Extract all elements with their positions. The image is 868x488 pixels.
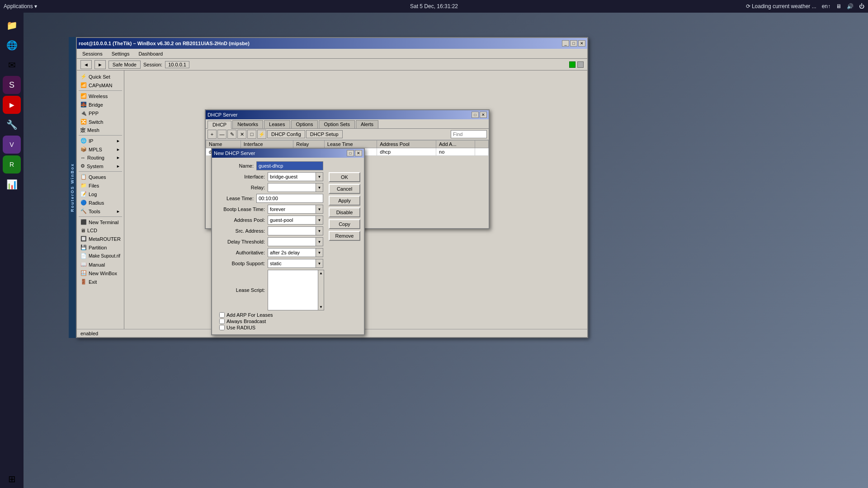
language-selector[interactable]: en↑	[822, 3, 830, 9]
name-input[interactable]	[256, 161, 323, 170]
tab-dhcp[interactable]: DHCP	[208, 121, 231, 129]
dhcp-add-button[interactable]: +	[208, 130, 217, 139]
dock-slack[interactable]: S	[3, 76, 21, 94]
dock-terminal[interactable]: ▶	[3, 96, 21, 114]
sidebar-item-files[interactable]: 📁 Files	[77, 181, 124, 190]
add-arp-checkbox[interactable]	[219, 312, 225, 318]
sidebar-item-queues[interactable]: 📋 Queues	[77, 173, 124, 181]
close-button[interactable]: ✕	[578, 40, 585, 47]
tab-alerts[interactable]: Alerts	[356, 120, 378, 128]
screen-icon[interactable]: 🖥	[836, 3, 841, 9]
dock-monitor[interactable]: 📊	[3, 175, 21, 193]
sidebar-item-switch[interactable]: 🔀 Switch	[77, 117, 124, 126]
authoritative-dropdown-icon[interactable]: ▼	[316, 249, 323, 257]
sidebar-item-radius[interactable]: 🔵 Radius	[77, 198, 124, 207]
back-button[interactable]: ◄	[80, 60, 92, 69]
delay-threshold-select[interactable]: ▼	[268, 237, 323, 246]
dock-file-manager[interactable]: 📁	[3, 16, 21, 34]
dock-network[interactable]: 🌐	[3, 36, 21, 54]
forward-button[interactable]: ►	[94, 60, 106, 69]
new-dhcp-close-button[interactable]: ✕	[355, 150, 362, 156]
sidebar-item-tools[interactable]: 🔨 Tools ►	[77, 207, 124, 216]
bootp-support-dropdown-icon[interactable]: ▼	[316, 259, 323, 267]
minimize-button[interactable]: _	[562, 40, 569, 47]
address-pool-select[interactable]: guest-pool ▼	[268, 216, 323, 225]
authoritative-select[interactable]: after 2s delay ▼	[268, 248, 323, 257]
power-icon[interactable]: ⏻	[859, 3, 864, 9]
tab-leases[interactable]: Leases	[264, 120, 290, 128]
ok-button[interactable]: OK	[329, 172, 360, 182]
sidebar-item-bridge[interactable]: 🌉 Bridge	[77, 100, 124, 109]
dhcp-resize-button[interactable]: □	[472, 112, 479, 118]
use-radius-checkbox[interactable]	[219, 325, 225, 330]
sidebar-item-wireless[interactable]: 📶 Wireless	[77, 92, 124, 100]
sidebar-item-exit[interactable]: 🚪 Exit	[77, 277, 124, 286]
lease-time-input[interactable]	[256, 194, 323, 203]
dhcp-close-button[interactable]: ✕	[480, 112, 487, 118]
dhcp-disable-button[interactable]: ✕	[237, 130, 246, 139]
dhcp-edit-button[interactable]: ✎	[227, 130, 236, 139]
volume-icon[interactable]: 🔊	[847, 3, 854, 9]
copy-button[interactable]: Copy	[329, 219, 360, 229]
dock-winbox[interactable]: 🔧	[3, 116, 21, 134]
dock-router[interactable]: R	[3, 155, 21, 174]
bootp-lease-dropdown-icon[interactable]: ▼	[316, 205, 323, 213]
disable-button[interactable]: Disable	[329, 207, 360, 217]
tab-options[interactable]: Options	[291, 120, 318, 128]
lease-script-input[interactable]	[268, 270, 323, 310]
new-dhcp-resize-button[interactable]: □	[347, 150, 354, 156]
dhcp-remove-button[interactable]: —	[217, 130, 226, 139]
sidebar-item-mpls[interactable]: 📦 MPLS ►	[77, 145, 124, 154]
relay-select[interactable]: ▼	[268, 183, 323, 192]
sidebar-item-routing[interactable]: ↔ Routing ►	[77, 154, 124, 162]
sidebar-item-quickset[interactable]: ⚡ Quick Set	[77, 72, 124, 81]
dhcp-comment-button[interactable]: □	[247, 130, 256, 139]
tab-option-sets[interactable]: Option Sets	[319, 120, 354, 128]
dock-vpn[interactable]: V	[3, 136, 21, 154]
maximize-button[interactable]: □	[570, 40, 577, 47]
bootp-lease-value: forever	[268, 206, 316, 212]
sidebar-item-mesh[interactable]: 🕸 Mesh	[77, 126, 124, 134]
app-menu[interactable]: Applications ▾	[4, 3, 37, 9]
delay-threshold-dropdown-icon[interactable]: ▼	[316, 238, 323, 246]
menu-sessions[interactable]: Sessions	[79, 50, 106, 57]
sidebar-item-lcd[interactable]: 🖥 LCD	[77, 226, 124, 235]
sidebar-item-supout[interactable]: 📄 Make Supout.rif	[77, 252, 124, 260]
interface-select[interactable]: bridge-guest ▼	[268, 172, 323, 181]
interface-value: bridge-guest	[268, 174, 316, 179]
src-address-select[interactable]: ▼	[268, 226, 323, 235]
mpls-arrow: ►	[116, 147, 120, 152]
remove-button[interactable]: Remove	[329, 231, 360, 241]
lease-script-scrolldown[interactable]: ▼	[318, 305, 324, 309]
lease-script-scrollup[interactable]: ▲	[318, 271, 324, 275]
sidebar-item-new-terminal[interactable]: ⬛ New Terminal	[77, 218, 124, 226]
sidebar-item-capsman[interactable]: 📶 CAPsMAN	[77, 81, 124, 89]
dock-apps[interactable]: ⊞	[3, 470, 21, 488]
apply-button[interactable]: Apply	[329, 196, 360, 206]
interface-dropdown-icon[interactable]: ▼	[316, 173, 323, 181]
sidebar-item-log[interactable]: 📝 Log	[77, 190, 124, 198]
cancel-button[interactable]: Cancel	[329, 184, 360, 194]
sidebar-item-system[interactable]: ⚙ System ►	[77, 162, 124, 170]
src-address-dropdown-icon[interactable]: ▼	[316, 227, 323, 235]
dhcp-config-button[interactable]: DHCP Config	[267, 130, 305, 138]
sidebar-item-metarouter[interactable]: 🔲 MetaROUTER	[77, 235, 124, 243]
address-pool-dropdown-icon[interactable]: ▼	[316, 216, 323, 224]
dhcp-find-input[interactable]	[451, 130, 487, 138]
dock-email[interactable]: ✉	[3, 56, 21, 74]
tab-networks[interactable]: Networks	[232, 120, 263, 128]
sidebar-item-manual[interactable]: 📖 Manual	[77, 260, 124, 269]
sidebar-item-ip[interactable]: 🌐 IP ►	[77, 136, 124, 145]
safe-mode-button[interactable]: Safe Mode	[108, 61, 141, 69]
sidebar-item-ppp[interactable]: 🔌 PPP	[77, 109, 124, 117]
menu-settings[interactable]: Settings	[108, 50, 133, 57]
bootp-lease-select[interactable]: forever ▼	[268, 205, 323, 214]
dhcp-setup-button[interactable]: DHCP Setup	[306, 130, 343, 138]
always-broadcast-checkbox[interactable]	[219, 319, 225, 324]
menu-dashboard[interactable]: Dashboard	[135, 50, 166, 57]
dhcp-filter-button[interactable]: ⚡	[257, 130, 266, 139]
relay-dropdown-icon[interactable]: ▼	[316, 183, 323, 192]
sidebar-item-partition[interactable]: 💾 Partition	[77, 243, 124, 252]
sidebar-item-new-winbox[interactable]: 🪟 New WinBox	[77, 269, 124, 277]
bootp-support-select[interactable]: static ▼	[268, 259, 323, 268]
